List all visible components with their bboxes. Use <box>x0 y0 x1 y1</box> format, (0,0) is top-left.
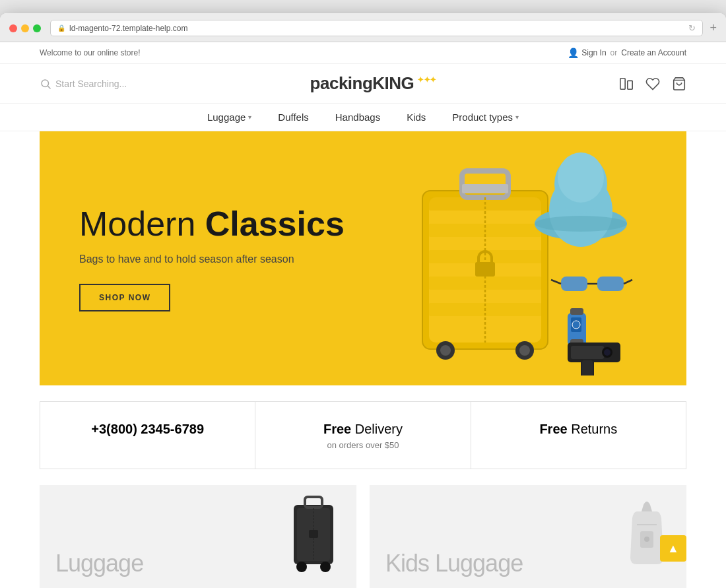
category-luggage-title: Luggage <box>55 550 143 577</box>
hero-heading: Modern Classics <box>79 205 345 243</box>
browser-chrome: 🔒 ld-magento-72.template-help.com ↻ + <box>0 13 726 42</box>
hero-heading-light: Modern <box>79 205 195 243</box>
svg-rect-2 <box>620 78 625 89</box>
delivery-regular: Delivery <box>351 422 403 436</box>
svg-point-19 <box>519 345 530 356</box>
search-placeholder: Start Searching... <box>55 79 127 89</box>
hero-subtext: Bags to have and to hold season after se… <box>79 253 345 265</box>
site-content: Welcome to our online store! 👤 Sign In o… <box>0 42 726 588</box>
phone-number: +3(800) 2345-6789 <box>91 422 204 436</box>
svg-rect-31 <box>570 308 583 315</box>
nav-handbags[interactable]: Handbags <box>335 112 380 123</box>
main-nav: Luggage ▾ Duffels Handbags Kids Product … <box>0 103 726 131</box>
returns-bold: Free <box>539 422 567 436</box>
compare-button[interactable] <box>619 77 634 91</box>
svg-rect-3 <box>628 81 632 89</box>
compare-icon <box>619 77 634 91</box>
hero-banner: Modern Classics Bags to have and to hold… <box>40 131 686 385</box>
create-account-link[interactable]: Create an Account <box>621 48 686 57</box>
svg-point-17 <box>440 345 451 356</box>
svg-point-23 <box>558 152 604 203</box>
minimize-dot[interactable] <box>21 24 29 32</box>
svg-rect-15 <box>475 262 495 277</box>
hero-illustration <box>343 145 647 376</box>
kids-bag-icon <box>620 492 673 577</box>
hero-svg <box>343 145 647 376</box>
svg-point-0 <box>42 80 49 87</box>
close-dot[interactable] <box>9 24 17 32</box>
site-logo[interactable]: packingKING ✦✦✦ <box>310 73 436 94</box>
address-bar[interactable]: 🔒 ld-magento-72.template-help.com ↻ <box>50 20 703 36</box>
titlebar: 🔒 ld-magento-72.template-help.com ↻ + <box>9 20 717 36</box>
nav-kids[interactable]: Kids <box>407 112 426 123</box>
signin-link[interactable]: Sign In <box>581 48 606 57</box>
shop-now-button[interactable]: SHOP NOW <box>79 284 170 311</box>
nav-luggage[interactable]: Luggage ▾ <box>207 112 251 123</box>
nav-product-types[interactable]: Product types ▾ <box>452 112 519 123</box>
category-kids-title: Kids Luggage <box>385 550 523 577</box>
hero-text-block: Modern Classics Bags to have and to hold… <box>40 179 384 338</box>
svg-line-1 <box>48 86 50 88</box>
heart-icon <box>645 77 660 91</box>
account-links: 👤 Sign In or Create an Account <box>568 48 686 58</box>
returns-regular: Returns <box>568 422 618 436</box>
header: Start Searching... packingKING ✦✦✦ <box>0 64 726 103</box>
browser-window: 🔒 ld-magento-72.template-help.com ↻ + We… <box>0 13 726 588</box>
wishlist-button[interactable] <box>645 77 660 91</box>
new-tab-button[interactable]: + <box>710 21 717 35</box>
cart-icon <box>672 77 686 91</box>
svg-rect-40 <box>582 360 593 376</box>
svg-line-29 <box>624 280 632 284</box>
reload-icon[interactable]: ↻ <box>688 23 696 33</box>
back-to-top-button[interactable]: ▲ <box>660 535 686 562</box>
separator: or <box>610 48 618 57</box>
svg-rect-13 <box>462 184 508 193</box>
svg-point-46 <box>296 562 307 572</box>
info-card-phone: +3(800) 2345-6789 <box>40 402 255 469</box>
svg-point-24 <box>535 216 627 232</box>
category-luggage[interactable]: Luggage <box>40 485 356 588</box>
svg-rect-36 <box>571 346 604 359</box>
info-card-delivery: Free Delivery on orders over $50 <box>255 402 471 469</box>
cart-button[interactable] <box>672 77 686 91</box>
hero-heading-bold: Classics <box>205 205 345 243</box>
svg-rect-26 <box>597 277 624 291</box>
svg-point-34 <box>572 321 580 329</box>
top-bar: Welcome to our online store! 👤 Sign In o… <box>0 42 726 64</box>
welcome-message: Welcome to our online store! <box>40 48 141 57</box>
search-bar[interactable]: Start Searching... <box>40 78 127 90</box>
delivery-sub: on orders over $50 <box>269 440 457 450</box>
person-icon: 👤 <box>568 48 579 58</box>
chevron-down-icon-2: ▾ <box>515 114 519 121</box>
svg-point-50 <box>644 537 649 542</box>
svg-point-38 <box>604 349 610 356</box>
svg-line-28 <box>551 280 561 284</box>
category-kids-luggage[interactable]: Kids Luggage <box>370 485 686 588</box>
search-icon <box>40 78 51 90</box>
lock-icon: 🔒 <box>57 24 65 32</box>
logo-light-text: packing <box>310 73 373 93</box>
delivery-bold: Free <box>323 422 351 436</box>
luggage-silhouette-icon <box>284 492 343 577</box>
maximize-dot[interactable] <box>33 24 41 32</box>
info-card-returns: Free Returns <box>471 402 686 469</box>
crown-icon: ✦✦✦ <box>417 75 436 84</box>
category-section: Luggage Kids Luggage <box>40 485 686 588</box>
info-cards: +3(800) 2345-6789 Free Delivery on order… <box>40 401 686 469</box>
header-icons <box>619 77 686 91</box>
svg-rect-25 <box>561 277 587 291</box>
nav-duffels[interactable]: Duffels <box>278 112 308 123</box>
chevron-down-icon: ▾ <box>248 114 251 121</box>
window-controls <box>9 24 41 32</box>
url-text: ld-magento-72.template-help.com <box>69 24 187 33</box>
svg-point-47 <box>320 562 331 572</box>
logo-bold-text: KING <box>372 73 414 93</box>
svg-rect-45 <box>309 530 318 538</box>
